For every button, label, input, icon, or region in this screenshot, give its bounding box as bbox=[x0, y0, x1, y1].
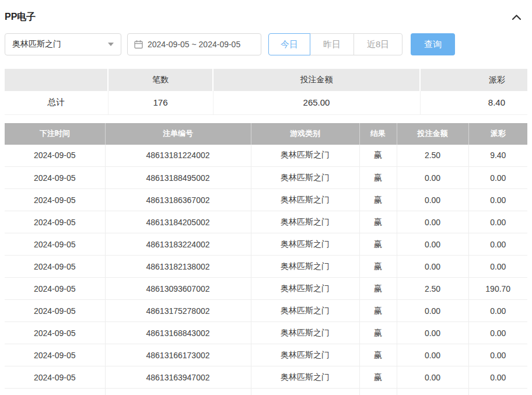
table-row: 2024-09-0548613175278002奥林匹斯之门赢0.000.00 bbox=[5, 300, 527, 322]
summary-total-count: 176 bbox=[108, 91, 213, 114]
cell-game-type: 奥林匹斯之门 bbox=[251, 256, 359, 278]
pp-games-panel: PP电子 奥林匹斯之门 2024-09-05 ~ 2024-09-05 今日 昨… bbox=[0, 0, 532, 395]
cell-bet-time: 2024-09-05 bbox=[5, 256, 105, 278]
cell-empty bbox=[397, 389, 468, 395]
cell-game-type: 奥林匹斯之门 bbox=[251, 344, 359, 366]
cell-bet-time: 2024-09-05 bbox=[5, 145, 105, 167]
page-title: PP电子 bbox=[5, 11, 36, 23]
query-button[interactable]: 查询 bbox=[411, 33, 455, 55]
table-row: 2024-09-0548613182138002奥林匹斯之门赢0.000.00 bbox=[5, 256, 527, 278]
header-bet-amount: 投注金额 bbox=[397, 123, 468, 145]
cell-empty bbox=[251, 389, 359, 395]
cell-result: 赢 bbox=[359, 366, 397, 389]
bet-table-header-row: 下注时间 注单编号 游戏类别 结果 投注金额 派彩 bbox=[5, 123, 527, 145]
cell-payout: 0.00 bbox=[468, 233, 527, 256]
cell-bet-id: 48613184205002 bbox=[105, 211, 251, 233]
cell-bet-time: 2024-09-05 bbox=[5, 211, 105, 233]
cell-game-type: 奥林匹斯之门 bbox=[251, 167, 359, 189]
summary-header-row: 笔数 投注金额 派彩 bbox=[5, 69, 527, 91]
chevron-down-icon bbox=[108, 43, 114, 46]
cell-bet-amount: 0.00 bbox=[397, 322, 468, 344]
cell-payout: 0.00 bbox=[468, 189, 527, 211]
summary-total-payout: 8.40 bbox=[420, 91, 527, 114]
summary-total-row: 总计 176 265.00 8.40 bbox=[5, 91, 527, 114]
cell-bet-id: 48613093607002 bbox=[105, 278, 251, 300]
summary-table: 笔数 投注金额 派彩 总计 176 265.00 8.40 bbox=[5, 69, 527, 115]
cell-bet-amount: 2.50 bbox=[397, 145, 468, 167]
table-row: 2024-09-0548613188495002奥林匹斯之门赢0.000.00 bbox=[5, 167, 527, 189]
cell-payout: 9.40 bbox=[468, 145, 527, 167]
cell-bet-amount: 0.00 bbox=[397, 233, 468, 256]
cell-bet-id: 48613182138002 bbox=[105, 256, 251, 278]
cell-bet-time: 2024-09-05 bbox=[5, 233, 105, 256]
date-range-value: 2024-09-05 ~ 2024-09-05 bbox=[148, 40, 240, 49]
cell-bet-id: 48613188495002 bbox=[105, 167, 251, 189]
cell-result: 赢 bbox=[359, 300, 397, 322]
cell-bet-amount: 2.50 bbox=[397, 278, 468, 300]
cell-result: 赢 bbox=[359, 256, 397, 278]
cell-result: 赢 bbox=[359, 233, 397, 256]
cell-payout: 0.00 bbox=[468, 322, 527, 344]
table-row: 2024-09-0548613168843002奥林匹斯之门赢0.000.00 bbox=[5, 322, 527, 344]
cell-game-type: 奥林匹斯之门 bbox=[251, 145, 359, 167]
cell-bet-id: 48613183224002 bbox=[105, 233, 251, 256]
cell-game-type: 奥林匹斯之门 bbox=[251, 366, 359, 389]
cell-payout: 0.00 bbox=[468, 366, 527, 389]
table-row-partial bbox=[5, 389, 527, 395]
cell-bet-amount: 0.00 bbox=[397, 300, 468, 322]
summary-header-payout: 派彩 bbox=[420, 69, 527, 91]
table-row: 2024-09-0548613166173002奥林匹斯之门赢0.000.00 bbox=[5, 344, 527, 366]
cell-result: 赢 bbox=[359, 167, 397, 189]
cell-result: 赢 bbox=[359, 211, 397, 233]
cell-payout: 0.00 bbox=[468, 211, 527, 233]
cell-bet-time: 2024-09-05 bbox=[5, 167, 105, 189]
table-row: 2024-09-0548613183224002奥林匹斯之门赢0.000.00 bbox=[5, 233, 527, 256]
cell-game-type: 奥林匹斯之门 bbox=[251, 189, 359, 211]
game-select-value: 奥林匹斯之门 bbox=[12, 39, 61, 50]
summary-total-label: 总计 bbox=[5, 91, 108, 114]
header-payout: 派彩 bbox=[468, 123, 527, 145]
game-select[interactable]: 奥林匹斯之门 bbox=[5, 33, 121, 55]
cell-bet-amount: 0.00 bbox=[397, 366, 468, 389]
cell-empty bbox=[5, 389, 105, 395]
summary-total-bet-amount: 265.00 bbox=[213, 91, 420, 114]
date-range-input[interactable]: 2024-09-05 ~ 2024-09-05 bbox=[127, 33, 261, 55]
filter-row: 奥林匹斯之门 2024-09-05 ~ 2024-09-05 今日 昨日 近8日… bbox=[5, 33, 527, 56]
cell-bet-time: 2024-09-05 bbox=[5, 300, 105, 322]
header-bet-time: 下注时间 bbox=[5, 123, 105, 145]
cell-game-type: 奥林匹斯之门 bbox=[251, 322, 359, 344]
cell-bet-id: 48613168843002 bbox=[105, 322, 251, 344]
cell-bet-id: 48613175278002 bbox=[105, 300, 251, 322]
cell-game-type: 奥林匹斯之门 bbox=[251, 211, 359, 233]
cell-bet-amount: 0.00 bbox=[397, 344, 468, 366]
yesterday-button[interactable]: 昨日 bbox=[310, 33, 354, 55]
summary-header-empty bbox=[5, 69, 108, 91]
cell-bet-time: 2024-09-05 bbox=[5, 189, 105, 211]
table-row: 2024-09-0548613163947002奥林匹斯之门赢0.000.00 bbox=[5, 366, 527, 389]
header-result: 结果 bbox=[359, 123, 397, 145]
cell-empty bbox=[105, 389, 251, 395]
quick-filter-group: 今日 昨日 近8日 bbox=[268, 33, 402, 55]
header-game-type: 游戏类别 bbox=[251, 123, 359, 145]
cell-empty bbox=[359, 389, 397, 395]
cell-payout: 190.70 bbox=[468, 278, 527, 300]
cell-bet-amount: 0.00 bbox=[397, 167, 468, 189]
cell-payout: 0.00 bbox=[468, 256, 527, 278]
table-row: 2024-09-0548613093607002奥林匹斯之门赢2.50190.7… bbox=[5, 278, 527, 300]
cell-empty bbox=[468, 389, 527, 395]
today-button[interactable]: 今日 bbox=[268, 33, 310, 55]
cell-result: 赢 bbox=[359, 278, 397, 300]
table-row: 2024-09-0548613181224002奥林匹斯之门赢2.509.40 bbox=[5, 145, 527, 167]
collapse-button[interactable] bbox=[512, 14, 522, 20]
header-bet-id: 注单编号 bbox=[105, 123, 251, 145]
cell-game-type: 奥林匹斯之门 bbox=[251, 300, 359, 322]
chevron-up-icon bbox=[512, 14, 522, 20]
cell-bet-id: 48613186367002 bbox=[105, 189, 251, 211]
summary-header-count: 笔数 bbox=[108, 69, 213, 91]
cell-payout: 0.00 bbox=[468, 300, 527, 322]
cell-bet-amount: 0.00 bbox=[397, 211, 468, 233]
cell-game-type: 奥林匹斯之门 bbox=[251, 278, 359, 300]
last-8-days-button[interactable]: 近8日 bbox=[354, 33, 402, 55]
table-row: 2024-09-0548613186367002奥林匹斯之门赢0.000.00 bbox=[5, 189, 527, 211]
cell-game-type: 奥林匹斯之门 bbox=[251, 233, 359, 256]
